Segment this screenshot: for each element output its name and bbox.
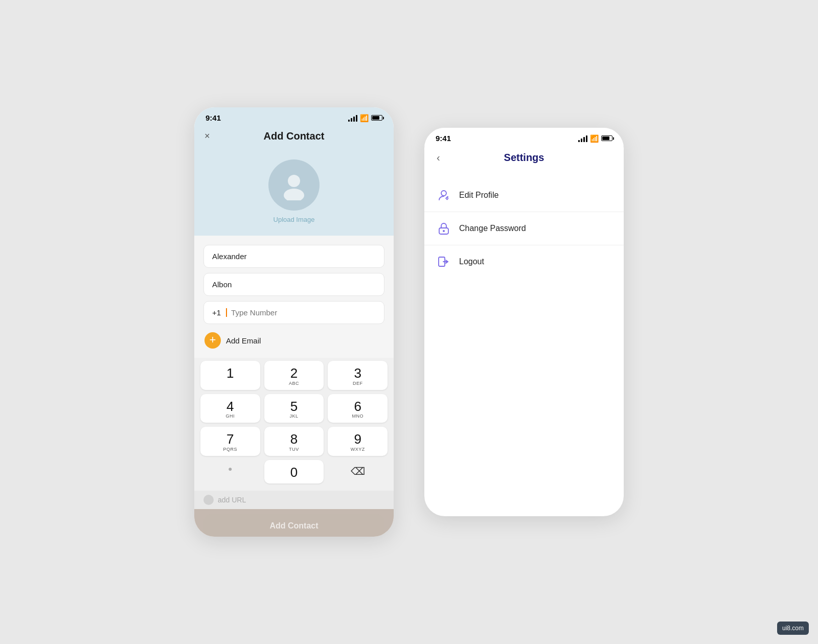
back-button[interactable]: ‹ [435, 150, 442, 166]
country-code: +1 [212, 308, 227, 317]
numpad-key-8[interactable]: 8TUV [264, 427, 324, 456]
avatar-section: Upload Image [194, 149, 394, 236]
settings-item-logout[interactable]: Logout [424, 245, 624, 278]
add-url-row: add URL [194, 491, 394, 509]
add-email-button[interactable]: + [204, 332, 221, 349]
close-button[interactable]: × [204, 131, 210, 142]
first-name-input[interactable] [203, 245, 384, 268]
settings-header: ‹ Settings [424, 146, 624, 174]
status-time-2: 9:41 [436, 134, 451, 143]
battery-icon [371, 115, 382, 121]
numpad-key-7[interactable]: 7PQRS [200, 427, 260, 456]
numpad-key-6[interactable]: 6MNO [328, 394, 388, 423]
person-edit-icon [437, 188, 451, 202]
battery-icon-2 [601, 135, 612, 141]
status-bar-2: 9:41 📶 [424, 128, 624, 146]
numpad-row-3: 7PQRS 8TUV 9WXYZ [200, 427, 388, 456]
save-btn-section: Add Contact [194, 509, 394, 537]
numpad-key-1[interactable]: 1 [200, 361, 260, 390]
settings-item-edit-profile[interactable]: Edit Profile [424, 179, 624, 212]
avatar-circle[interactable] [268, 159, 320, 211]
numpad-key-2[interactable]: 2ABC [264, 361, 324, 390]
signal-icon [348, 114, 357, 122]
wifi-icon-2: 📶 [590, 134, 599, 143]
status-icons-1: 📶 [348, 114, 382, 122]
form-section: +1 + Add Email [194, 236, 394, 358]
screen-title-1: Add Contact [264, 130, 325, 142]
settings-title: Settings [504, 152, 544, 164]
phone-input[interactable] [231, 308, 376, 317]
logout-icon [437, 255, 451, 269]
numpad-row-1: 1 2ABC 3DEF [200, 361, 388, 390]
add-url-icon [203, 495, 214, 505]
add-url-label: add URL [218, 496, 246, 504]
svg-point-1 [284, 189, 304, 200]
add-email-row: + Add Email [203, 329, 384, 352]
last-name-input[interactable] [203, 273, 384, 296]
settings-screen: 9:41 📶 ‹ Settings Edit Profile [424, 128, 624, 516]
numpad-key-0[interactable]: 0 [264, 460, 324, 484]
svg-point-2 [441, 191, 446, 196]
watermark: ui8.com [777, 622, 809, 635]
svg-point-0 [288, 175, 300, 187]
save-contact-button[interactable]: Add Contact [203, 514, 384, 537]
numpad-key-4[interactable]: 4GHI [200, 394, 260, 423]
numpad-backspace-button[interactable]: ⌫ [328, 460, 388, 484]
status-bar-1: 9:41 📶 [194, 107, 394, 125]
logout-label: Logout [459, 257, 484, 266]
add-contact-screen: 9:41 📶 × Add Contact Upload Image +1 [194, 107, 394, 537]
upload-image-label[interactable]: Upload Image [274, 216, 315, 223]
avatar-icon [279, 170, 309, 200]
numpad-key-5[interactable]: 5JKL [264, 394, 324, 423]
numpad-row-4: ● 0 ⌫ [200, 460, 388, 484]
numpad-key-3[interactable]: 3DEF [328, 361, 388, 390]
phone-row: +1 [203, 301, 384, 324]
status-time-1: 9:41 [206, 113, 221, 122]
settings-list: Edit Profile Change Password [424, 174, 624, 283]
edit-profile-label: Edit Profile [459, 191, 498, 200]
svg-point-4 [443, 230, 445, 232]
numpad: 1 2ABC 3DEF 4GHI 5JKL 6MNO 7PQRS [194, 358, 394, 491]
numpad-row-2: 4GHI 5JKL 6MNO [200, 394, 388, 423]
signal-icon-2 [578, 135, 587, 142]
lock-icon [437, 221, 451, 236]
numpad-key-9[interactable]: 9WXYZ [328, 427, 388, 456]
numpad-key-empty: ● [200, 460, 260, 484]
add-email-label: Add Email [226, 336, 261, 345]
add-contact-header: × Add Contact [194, 125, 394, 149]
wifi-icon: 📶 [360, 114, 369, 122]
status-icons-2: 📶 [578, 134, 612, 143]
change-password-label: Change Password [459, 224, 526, 233]
settings-item-change-password[interactable]: Change Password [424, 212, 624, 245]
